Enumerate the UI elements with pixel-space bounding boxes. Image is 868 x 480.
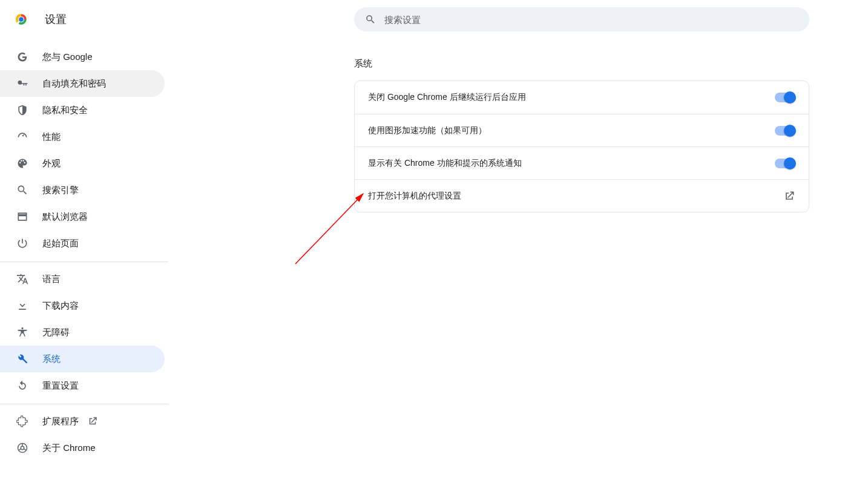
sidebar-item-label: 扩展程序 — [42, 416, 79, 427]
palette-icon — [16, 157, 29, 170]
row-label: 关闭 Google Chrome 后继续运行后台应用 — [368, 92, 526, 103]
sidebar-item-about[interactable]: 关于 Chrome — [0, 435, 165, 461]
row-background-apps[interactable]: 关闭 Google Chrome 后继续运行后台应用 — [355, 81, 809, 114]
sidebar-item-performance[interactable]: 性能 — [0, 123, 165, 150]
row-proxy-settings[interactable]: 打开您计算机的代理设置 — [355, 179, 809, 212]
sidebar-item-label: 性能 — [42, 131, 61, 143]
power-icon — [16, 237, 29, 250]
sidebar-item-appearance[interactable]: 外观 — [0, 150, 165, 177]
sidebar-item-label: 您与 Google — [42, 51, 93, 63]
svg-line-5 — [295, 194, 363, 264]
toggle-hardware-accel[interactable] — [775, 126, 795, 136]
sidebar-item-autofill[interactable]: 自动填充和密码 — [0, 70, 165, 97]
window-icon — [16, 210, 29, 223]
row-notifications[interactable]: 显示有关 Chrome 功能和提示的系统通知 — [355, 146, 809, 179]
sidebar-item-privacy[interactable]: 隐私和安全 — [0, 97, 165, 123]
sidebar-divider — [0, 404, 168, 404]
page-title: 设置 — [45, 12, 67, 27]
translate-icon — [16, 272, 29, 286]
sidebar-item-system[interactable]: 系统 — [0, 346, 165, 372]
svg-point-2 — [19, 17, 24, 22]
open-external-icon[interactable] — [783, 190, 795, 202]
accessibility-icon — [16, 326, 29, 339]
shield-icon — [16, 104, 29, 117]
svg-point-4 — [21, 446, 24, 449]
sidebar-item-label: 重置设置 — [42, 380, 79, 392]
chrome-outline-icon — [16, 441, 29, 455]
sidebar-item-label: 外观 — [42, 158, 61, 169]
main-content: 系统 关闭 Google Chrome 后继续运行后台应用 使用图形加速功能（如… — [354, 58, 809, 212]
sidebar-item-reset[interactable]: 重置设置 — [0, 372, 165, 399]
row-label: 打开您计算机的代理设置 — [368, 191, 461, 202]
sidebar-item-label: 关于 Chrome — [42, 442, 96, 454]
sidebar-item-label: 语言 — [42, 274, 61, 285]
search-icon — [365, 14, 376, 25]
reset-icon — [16, 379, 29, 392]
sidebar-item-default-browser[interactable]: 默认浏览器 — [0, 203, 165, 230]
magnifier-icon — [16, 183, 29, 197]
google-g-icon — [16, 50, 29, 64]
sidebar-item-google[interactable]: 您与 Google — [0, 44, 165, 70]
row-label: 显示有关 Chrome 功能和提示的系统通知 — [368, 158, 522, 169]
search-input[interactable] — [384, 15, 798, 25]
open-external-icon — [87, 416, 98, 427]
sidebar-item-accessibility[interactable]: 无障碍 — [0, 319, 165, 346]
search-settings[interactable] — [354, 7, 809, 31]
sidebar-item-label: 无障碍 — [42, 327, 70, 338]
wrench-icon — [16, 352, 29, 366]
sidebar-item-extensions[interactable]: 扩展程序 — [0, 408, 165, 435]
header-left: 设置 — [0, 12, 354, 27]
toggle-notifications[interactable] — [775, 159, 795, 168]
section-title: 系统 — [354, 58, 809, 70]
row-hardware-accel[interactable]: 使用图形加速功能（如果可用） — [355, 114, 809, 146]
sidebar-item-startup[interactable]: 起始页面 — [0, 230, 165, 257]
extension-icon — [16, 415, 29, 428]
sidebar-item-label: 起始页面 — [42, 238, 79, 249]
sidebar-item-search-engine[interactable]: 搜索引擎 — [0, 177, 165, 203]
speedometer-icon — [16, 130, 29, 143]
sidebar-item-label: 默认浏览器 — [42, 211, 88, 223]
sidebar-item-label: 隐私和安全 — [42, 105, 88, 116]
sidebar-divider — [0, 261, 168, 262]
row-label: 使用图形加速功能（如果可用） — [368, 125, 487, 136]
sidebar-item-label: 系统 — [42, 353, 61, 365]
header: 设置 — [0, 0, 868, 39]
key-icon — [16, 77, 29, 90]
chrome-logo-icon — [13, 12, 29, 27]
sidebar-item-label: 自动填充和密码 — [42, 78, 106, 90]
sidebar-item-language[interactable]: 语言 — [0, 266, 165, 292]
sidebar-item-label: 搜索引擎 — [42, 185, 79, 196]
toggle-background-apps[interactable] — [775, 93, 795, 102]
download-icon — [16, 299, 29, 312]
system-card: 关闭 Google Chrome 后继续运行后台应用 使用图形加速功能（如果可用… — [354, 81, 809, 212]
sidebar-item-downloads[interactable]: 下载内容 — [0, 292, 165, 319]
sidebar: 您与 Google 自动填充和密码 隐私和安全 性能 外观 搜索引擎 — [0, 44, 169, 461]
sidebar-item-label: 下载内容 — [42, 300, 79, 312]
